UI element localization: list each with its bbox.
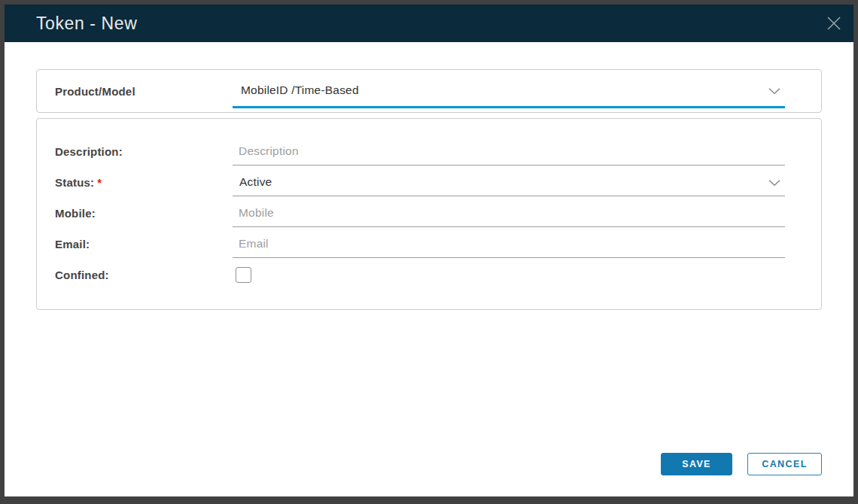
form-row-status: Status:* Active	[37, 167, 821, 198]
product-model-card: Product/Model MobileID /Time-Based	[36, 69, 822, 113]
token-new-dialog: Token - New Product/Model MobileID /Time…	[5, 5, 853, 496]
status-value: Active	[233, 175, 272, 189]
chevron-down-icon	[768, 176, 780, 190]
dialog-header: Token - New	[5, 5, 853, 42]
modal-backdrop: Token - New Product/Model MobileID /Time…	[0, 0, 858, 504]
description-control	[233, 138, 785, 165]
description-label: Description:	[37, 145, 233, 158]
form-row-description: Description:	[37, 136, 821, 167]
status-select[interactable]: Active	[233, 169, 785, 196]
description-input[interactable]	[233, 138, 785, 165]
close-icon	[826, 15, 842, 32]
status-label: Status:*	[37, 176, 233, 189]
confined-checkbox[interactable]	[236, 267, 251, 283]
dialog-footer: SAVE CANCEL	[661, 453, 822, 475]
form-row-mobile: Mobile:	[37, 198, 821, 229]
email-control	[233, 230, 785, 258]
mobile-input[interactable]	[233, 199, 785, 226]
confined-control	[233, 261, 785, 289]
email-label: Email:	[37, 238, 233, 250]
chevron-down-icon	[768, 83, 780, 97]
form-row-email: Email:	[37, 229, 821, 260]
close-button[interactable]	[823, 13, 844, 34]
product-model-value: MobileID /Time-Based	[233, 83, 359, 97]
dialog-title: Token - New	[36, 14, 137, 34]
product-model-select[interactable]: MobileID /Time-Based	[233, 74, 785, 108]
mobile-label: Mobile:	[37, 207, 233, 220]
product-model-label: Product/Model	[37, 85, 233, 98]
confined-label: Confined:	[37, 269, 233, 281]
dialog-body: Product/Model MobileID /Time-Based Descr…	[5, 42, 853, 496]
mobile-control	[233, 199, 785, 227]
save-button[interactable]: SAVE	[661, 453, 732, 475]
required-asterisk: *	[97, 176, 102, 189]
cancel-button[interactable]: CANCEL	[747, 453, 822, 475]
form-row-confined: Confined:	[37, 260, 821, 290]
token-form-card: Description: Status:* Active	[36, 118, 822, 310]
email-input[interactable]	[233, 230, 785, 257]
